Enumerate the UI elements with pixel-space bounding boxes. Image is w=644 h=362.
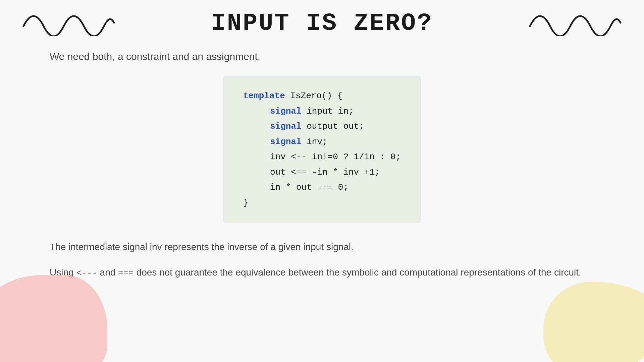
code-line3-rest: output out; — [302, 121, 364, 131]
desc2-suffix: does not guarantee the equivalence betwe… — [134, 267, 581, 278]
keyword-signal-1: signal — [270, 106, 302, 116]
code-line7-text: in * out === 0; — [270, 182, 348, 192]
description-1: The intermediate signal inv represents t… — [50, 240, 594, 254]
keyword-signal-3: signal — [270, 137, 302, 147]
code-line-4: signal inv; — [243, 134, 401, 150]
code-line-5: inv <-- in!=0 ? 1/in : 0; — [243, 149, 401, 165]
keyword-template: template — [243, 91, 285, 101]
code-closing-brace: } — [243, 198, 249, 208]
body-section: We need both, a constraint and an assign… — [0, 51, 644, 281]
code-line-7: in * out === 0; — [243, 180, 401, 195]
code-container: template IsZero() { signal input in; sig… — [50, 76, 594, 223]
code-line-2: signal input in; — [243, 104, 401, 119]
header: INPUT IS ZERO? — [0, 0, 644, 44]
desc2-mid: and — [97, 267, 118, 278]
wave-left-icon — [20, 9, 117, 38]
description-2: Using <--- and === does not guarantee th… — [50, 265, 594, 281]
code-line4-rest: inv; — [302, 137, 328, 147]
code-block: template IsZero() { signal input in; sig… — [223, 76, 421, 223]
wave-right-icon — [527, 9, 624, 38]
code-line2-rest: input in; — [302, 106, 354, 116]
intro-paragraph: We need both, a constraint and an assign… — [50, 51, 594, 62]
code-line-6: out <== -in * inv +1; — [243, 165, 401, 180]
desc2-op1: <--- — [76, 268, 97, 278]
blob-left-decoration — [0, 275, 107, 362]
keyword-signal-2: signal — [270, 121, 302, 131]
code-line1-rest: IsZero() { — [285, 91, 343, 101]
code-line-8: } — [243, 195, 401, 211]
desc2-op2: === — [118, 268, 134, 278]
code-line-3: signal output out; — [243, 119, 401, 134]
blob-right-decoration — [543, 282, 644, 362]
code-line5-text: inv <-- in!=0 ? 1/in : 0; — [270, 152, 401, 162]
page-title: INPUT IS ZERO? — [211, 10, 433, 37]
code-line-1: template IsZero() { — [243, 88, 401, 104]
code-line6-text: out <== -in * inv +1; — [270, 167, 380, 177]
